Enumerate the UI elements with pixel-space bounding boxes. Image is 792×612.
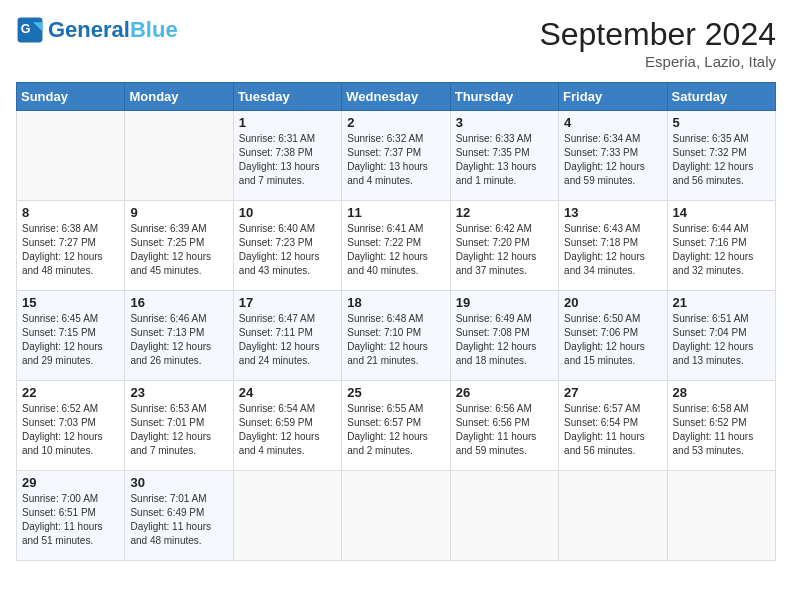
header-thursday: Thursday	[450, 83, 558, 111]
day-number: 17	[239, 295, 336, 310]
day-details: Sunrise: 6:47 AMSunset: 7:11 PMDaylight:…	[239, 312, 336, 368]
day-details: Sunrise: 6:42 AMSunset: 7:20 PMDaylight:…	[456, 222, 553, 278]
calendar-cell: 3Sunrise: 6:33 AMSunset: 7:35 PMDaylight…	[450, 111, 558, 201]
calendar-cell: 8Sunrise: 6:38 AMSunset: 7:27 PMDaylight…	[17, 201, 125, 291]
calendar-cell	[17, 111, 125, 201]
day-number: 13	[564, 205, 661, 220]
day-details: Sunrise: 6:33 AMSunset: 7:35 PMDaylight:…	[456, 132, 553, 188]
day-number: 19	[456, 295, 553, 310]
calendar-cell: 10Sunrise: 6:40 AMSunset: 7:23 PMDayligh…	[233, 201, 341, 291]
day-number: 28	[673, 385, 770, 400]
calendar-table: SundayMondayTuesdayWednesdayThursdayFrid…	[16, 82, 776, 561]
calendar-cell: 22Sunrise: 6:52 AMSunset: 7:03 PMDayligh…	[17, 381, 125, 471]
day-details: Sunrise: 6:39 AMSunset: 7:25 PMDaylight:…	[130, 222, 227, 278]
day-number: 26	[456, 385, 553, 400]
header-saturday: Saturday	[667, 83, 775, 111]
day-details: Sunrise: 6:54 AMSunset: 6:59 PMDaylight:…	[239, 402, 336, 458]
location-text: Esperia, Lazio, Italy	[539, 53, 776, 70]
calendar-week-row: 8Sunrise: 6:38 AMSunset: 7:27 PMDaylight…	[17, 201, 776, 291]
day-number: 18	[347, 295, 444, 310]
day-details: Sunrise: 6:34 AMSunset: 7:33 PMDaylight:…	[564, 132, 661, 188]
calendar-cell: 15Sunrise: 6:45 AMSunset: 7:15 PMDayligh…	[17, 291, 125, 381]
logo-icon: G	[16, 16, 44, 44]
month-title: September 2024	[539, 16, 776, 53]
day-details: Sunrise: 6:49 AMSunset: 7:08 PMDaylight:…	[456, 312, 553, 368]
header-wednesday: Wednesday	[342, 83, 450, 111]
calendar-cell: 25Sunrise: 6:55 AMSunset: 6:57 PMDayligh…	[342, 381, 450, 471]
header-friday: Friday	[559, 83, 667, 111]
title-block: September 2024 Esperia, Lazio, Italy	[539, 16, 776, 70]
day-number: 23	[130, 385, 227, 400]
day-number: 3	[456, 115, 553, 130]
header-monday: Monday	[125, 83, 233, 111]
calendar-cell	[559, 471, 667, 561]
day-number: 22	[22, 385, 119, 400]
day-details: Sunrise: 6:53 AMSunset: 7:01 PMDaylight:…	[130, 402, 227, 458]
day-details: Sunrise: 6:46 AMSunset: 7:13 PMDaylight:…	[130, 312, 227, 368]
day-number: 24	[239, 385, 336, 400]
day-details: Sunrise: 6:55 AMSunset: 6:57 PMDaylight:…	[347, 402, 444, 458]
day-number: 29	[22, 475, 119, 490]
logo-general-text: General	[48, 17, 130, 42]
day-number: 10	[239, 205, 336, 220]
header-sunday: Sunday	[17, 83, 125, 111]
day-details: Sunrise: 6:51 AMSunset: 7:04 PMDaylight:…	[673, 312, 770, 368]
calendar-cell: 26Sunrise: 6:56 AMSunset: 6:56 PMDayligh…	[450, 381, 558, 471]
calendar-week-row: 29Sunrise: 7:00 AMSunset: 6:51 PMDayligh…	[17, 471, 776, 561]
calendar-cell: 30Sunrise: 7:01 AMSunset: 6:49 PMDayligh…	[125, 471, 233, 561]
calendar-cell: 4Sunrise: 6:34 AMSunset: 7:33 PMDaylight…	[559, 111, 667, 201]
day-details: Sunrise: 6:48 AMSunset: 7:10 PMDaylight:…	[347, 312, 444, 368]
day-number: 9	[130, 205, 227, 220]
calendar-cell	[125, 111, 233, 201]
day-details: Sunrise: 6:50 AMSunset: 7:06 PMDaylight:…	[564, 312, 661, 368]
day-number: 11	[347, 205, 444, 220]
svg-text:G: G	[21, 22, 31, 36]
day-number: 27	[564, 385, 661, 400]
calendar-cell	[233, 471, 341, 561]
calendar-week-row: 1Sunrise: 6:31 AMSunset: 7:38 PMDaylight…	[17, 111, 776, 201]
calendar-cell: 16Sunrise: 6:46 AMSunset: 7:13 PMDayligh…	[125, 291, 233, 381]
day-number: 30	[130, 475, 227, 490]
calendar-cell: 21Sunrise: 6:51 AMSunset: 7:04 PMDayligh…	[667, 291, 775, 381]
calendar-header-row: SundayMondayTuesdayWednesdayThursdayFrid…	[17, 83, 776, 111]
day-details: Sunrise: 6:58 AMSunset: 6:52 PMDaylight:…	[673, 402, 770, 458]
day-number: 16	[130, 295, 227, 310]
day-details: Sunrise: 6:52 AMSunset: 7:03 PMDaylight:…	[22, 402, 119, 458]
day-details: Sunrise: 6:35 AMSunset: 7:32 PMDaylight:…	[673, 132, 770, 188]
header-tuesday: Tuesday	[233, 83, 341, 111]
calendar-cell: 11Sunrise: 6:41 AMSunset: 7:22 PMDayligh…	[342, 201, 450, 291]
calendar-cell: 29Sunrise: 7:00 AMSunset: 6:51 PMDayligh…	[17, 471, 125, 561]
calendar-cell: 23Sunrise: 6:53 AMSunset: 7:01 PMDayligh…	[125, 381, 233, 471]
day-number: 14	[673, 205, 770, 220]
calendar-cell: 13Sunrise: 6:43 AMSunset: 7:18 PMDayligh…	[559, 201, 667, 291]
calendar-cell: 24Sunrise: 6:54 AMSunset: 6:59 PMDayligh…	[233, 381, 341, 471]
day-number: 8	[22, 205, 119, 220]
day-number: 2	[347, 115, 444, 130]
calendar-cell: 9Sunrise: 6:39 AMSunset: 7:25 PMDaylight…	[125, 201, 233, 291]
day-number: 15	[22, 295, 119, 310]
day-details: Sunrise: 7:01 AMSunset: 6:49 PMDaylight:…	[130, 492, 227, 548]
day-details: Sunrise: 6:40 AMSunset: 7:23 PMDaylight:…	[239, 222, 336, 278]
day-details: Sunrise: 6:31 AMSunset: 7:38 PMDaylight:…	[239, 132, 336, 188]
calendar-cell: 19Sunrise: 6:49 AMSunset: 7:08 PMDayligh…	[450, 291, 558, 381]
calendar-cell: 28Sunrise: 6:58 AMSunset: 6:52 PMDayligh…	[667, 381, 775, 471]
day-details: Sunrise: 6:45 AMSunset: 7:15 PMDaylight:…	[22, 312, 119, 368]
day-number: 20	[564, 295, 661, 310]
calendar-cell	[342, 471, 450, 561]
calendar-cell: 27Sunrise: 6:57 AMSunset: 6:54 PMDayligh…	[559, 381, 667, 471]
day-number: 25	[347, 385, 444, 400]
day-details: Sunrise: 7:00 AMSunset: 6:51 PMDaylight:…	[22, 492, 119, 548]
calendar-cell: 14Sunrise: 6:44 AMSunset: 7:16 PMDayligh…	[667, 201, 775, 291]
calendar-cell	[450, 471, 558, 561]
calendar-cell: 2Sunrise: 6:32 AMSunset: 7:37 PMDaylight…	[342, 111, 450, 201]
day-details: Sunrise: 6:41 AMSunset: 7:22 PMDaylight:…	[347, 222, 444, 278]
logo-blue-text: Blue	[130, 17, 178, 42]
day-number: 12	[456, 205, 553, 220]
day-number: 4	[564, 115, 661, 130]
day-number: 5	[673, 115, 770, 130]
day-number: 1	[239, 115, 336, 130]
day-number: 21	[673, 295, 770, 310]
calendar-cell: 18Sunrise: 6:48 AMSunset: 7:10 PMDayligh…	[342, 291, 450, 381]
calendar-body: 1Sunrise: 6:31 AMSunset: 7:38 PMDaylight…	[17, 111, 776, 561]
day-details: Sunrise: 6:32 AMSunset: 7:37 PMDaylight:…	[347, 132, 444, 188]
